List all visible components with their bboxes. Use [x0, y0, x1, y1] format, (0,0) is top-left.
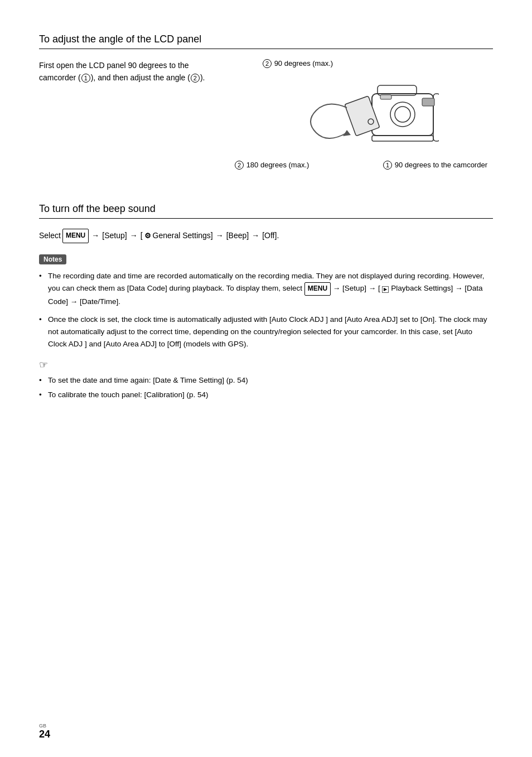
hint-item-2: To calibrate the touch panel: [Calibrati…	[39, 389, 493, 401]
svg-point-2	[395, 107, 410, 122]
gear-icon: ⚙	[144, 229, 151, 242]
diagram-bottom-labels: 2 180 degrees (max.) 1 90 degrees to the…	[229, 161, 493, 170]
arrow4: →	[252, 229, 259, 243]
beep-bracket-open: [	[141, 229, 143, 243]
lcd-section-content: First open the LCD panel 90 degrees to t…	[39, 59, 493, 170]
beep-section: To turn off the beep sound Select MENU →…	[39, 203, 493, 401]
notes-section: Notes The recording date and time are re…	[39, 254, 493, 402]
notes-item-2-text: Once the clock is set, the clock time is…	[48, 315, 487, 349]
step1-circle: 1	[81, 74, 90, 83]
beep-step4: [Off].	[262, 229, 279, 243]
hint-icon: ☞	[39, 359, 493, 371]
beep-step3: [Beep]	[226, 229, 249, 243]
arrow2: →	[130, 229, 138, 243]
menu-key-2: MENU	[304, 282, 331, 296]
diagram-br-num: 1	[383, 161, 392, 170]
step2-circle: 2	[191, 74, 200, 83]
notes-item-2: Once the clock is set, the clock time is…	[39, 314, 493, 351]
playback-icon: ▶	[382, 286, 389, 293]
menu-key: MENU	[62, 229, 89, 243]
page-number-area: GB 24	[39, 723, 50, 740]
svg-point-1	[390, 102, 415, 127]
lcd-diagram: 2 90 degrees (max.)	[229, 59, 493, 170]
diagram-bottom-right: 1 90 degrees to the camcorder	[383, 161, 487, 170]
lcd-intro-text2: ), and then adjust the angle (	[91, 73, 190, 82]
hint-item-2-text: To calibrate the touch panel: [Calibrati…	[48, 390, 208, 399]
lcd-text-block: First open the LCD panel 90 degrees to t…	[39, 59, 217, 84]
arrow1: →	[91, 229, 99, 243]
diagram-bl-text: 180 degrees (max.)	[246, 161, 309, 169]
page-number: 24	[39, 729, 50, 740]
diagram-bl-num: 2	[235, 161, 244, 170]
diagram-top-num: 2	[263, 59, 272, 68]
camcorder-diagram-svg	[283, 71, 439, 161]
svg-marker-6	[343, 130, 351, 136]
svg-rect-9	[380, 95, 391, 99]
diagram-top-text: 90 degrees (max.)	[274, 59, 333, 67]
hint-item-1-text: To set the date and time again: [Date & …	[48, 376, 248, 384]
hint-item-1: To set the date and time again: [Date & …	[39, 374, 493, 387]
svg-rect-4	[345, 96, 380, 136]
beep-section-title: To turn off the beep sound	[39, 203, 493, 219]
lcd-intro: First open the LCD panel 90 degrees to t…	[39, 59, 217, 84]
beep-instruction: Select MENU → [Setup] → [⚙General Settin…	[39, 229, 493, 243]
notes-item-1-text: The recording date and time are recorded…	[48, 272, 484, 306]
page-label-gb: GB	[39, 723, 46, 729]
beep-select-text: Select	[39, 229, 61, 243]
page: To adjust the angle of the LCD panel Fir…	[0, 0, 532, 757]
hints-list: To set the date and time again: [Date & …	[39, 374, 493, 402]
svg-rect-10	[422, 98, 434, 106]
notes-item-1: The recording date and time are recorded…	[39, 270, 493, 308]
notes-list: The recording date and time are recorded…	[39, 270, 493, 351]
arrow3: →	[216, 229, 224, 243]
notes-badge: Notes	[39, 254, 66, 264]
svg-rect-7	[372, 136, 433, 141]
lcd-intro-text3: ).	[200, 73, 205, 82]
lcd-section: To adjust the angle of the LCD panel Fir…	[39, 33, 493, 170]
beep-general: General Settings]	[153, 229, 213, 243]
diagram-bottom-left: 2 180 degrees (max.)	[234, 161, 309, 170]
lcd-section-title: To adjust the angle of the LCD panel	[39, 33, 493, 49]
diagram-top-label: 2 90 degrees (max.)	[262, 59, 333, 68]
diagram-br-text: 90 degrees to the camcorder	[395, 161, 487, 169]
beep-step1: [Setup]	[102, 229, 127, 243]
